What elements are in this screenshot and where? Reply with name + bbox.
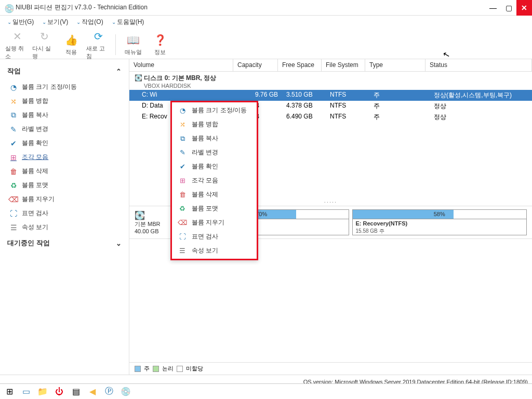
merge-icon: ⤭ [178, 121, 187, 129]
explorer-icon[interactable]: 📁 [36, 385, 49, 398]
sidebar-item-props[interactable]: ☰속성 보기 [4, 220, 125, 234]
undo-icon: ✕ [10, 29, 24, 44]
workspace: 작업 ⌃ ◔볼륨 크기 조정/이동⤭볼륨 병합⧉볼륨 복사✎라벨 변경✔볼륨 확… [0, 59, 532, 375]
sidebar-item-format[interactable]: ♻볼륨 포맷 [4, 178, 125, 192]
chevron-down-icon: ⌄ [112, 19, 116, 25]
redo-button[interactable]: ↻다시 실행 [32, 29, 56, 60]
context-item-label: 속성 보기 [192, 246, 218, 255]
copy-icon: ⧉ [178, 135, 187, 143]
manual-icon: 📖 [126, 33, 140, 47]
disk-header-row[interactable]: 💽 디스크 0: 기본 MBR, 정상 VBOX HARDDISK [129, 72, 532, 90]
apply-button[interactable]: 👍적용 [59, 33, 83, 56]
context-item-label: 표면 검사 [192, 232, 218, 241]
menu-action[interactable]: ⌄작업(O) [73, 17, 106, 28]
context-item-label: 볼륨 병합 [192, 120, 218, 129]
col-status[interactable]: Status [425, 59, 532, 71]
sidebar-item-label: 볼륨 병합 [22, 97, 48, 105]
app2-icon[interactable]: ◀ [86, 385, 99, 398]
close-btn[interactable]: ✕ [516, 0, 532, 16]
check-icon: ✔ [178, 163, 187, 171]
defrag-icon: ⊞ [9, 153, 18, 162]
undo-button[interactable]: ✕실행 취소 [5, 29, 29, 60]
pie-icon: ◔ [9, 83, 18, 91]
menu-general[interactable]: ⌄일반(G) [4, 17, 37, 28]
sidebar-head-pending[interactable]: 대기중인 작업 ⌄ [4, 234, 125, 252]
app3-icon[interactable]: Ⓟ [103, 385, 115, 398]
collapse-icon: ⌃ [116, 68, 122, 75]
context-item-props[interactable]: ☰속성 보기 [172, 244, 257, 258]
context-item-edit[interactable]: ✎라벨 변경 [172, 145, 257, 159]
legend-unalloc-box [177, 366, 183, 372]
context-menu: ◔볼륨 크기 조정/이동⤭볼륨 병합⧉볼륨 복사✎라벨 변경✔볼륨 확인⊞조각 … [170, 101, 258, 260]
sidebar-item-merge[interactable]: ⤭볼륨 병합 [4, 94, 125, 108]
context-item-label: 볼륨 크기 조정/이동 [192, 106, 247, 115]
menu-help[interactable]: ⌄도움말(H) [109, 17, 148, 28]
surface-icon: ⛶ [9, 209, 18, 218]
sidebar-item-copy[interactable]: ⧉볼륨 복사 [4, 108, 125, 122]
expand-icon: ⌄ [116, 240, 122, 247]
start-icon[interactable]: ⊞ [3, 385, 16, 398]
surface-icon: ⛶ [178, 233, 187, 241]
context-item-label: 볼륨 확인 [192, 162, 218, 171]
context-item-check[interactable]: ✔볼륨 확인 [172, 159, 257, 174]
manual-button[interactable]: 📖매뉴얼 [121, 33, 145, 56]
context-item-defrag[interactable]: ⊞조각 모음 [172, 174, 257, 188]
sidebar-item-label: 속성 보기 [22, 223, 48, 232]
app1-icon[interactable]: ▤ [70, 385, 82, 398]
context-item-copy[interactable]: ⧉볼륨 복사 [172, 131, 257, 145]
sidebar-item-label: 라벨 변경 [22, 125, 48, 134]
copy-icon: ⧉ [9, 111, 18, 119]
info-button[interactable]: ❓정보 [148, 33, 172, 56]
context-item-wipe[interactable]: ⌫볼륨 지우기 [172, 216, 257, 230]
refresh-button[interactable]: ⟳새로 고침 [86, 29, 110, 60]
taskview-icon[interactable]: ▭ [20, 385, 32, 398]
disk-map-info: 💽 기본 MBR 40.00 GB [135, 209, 171, 235]
sidebar-item-wipe[interactable]: ⌫볼륨 지우기 [4, 192, 125, 206]
chevron-down-icon: ⌄ [42, 19, 46, 25]
sidebar-item-label: 볼륨 복사 [22, 111, 48, 119]
defrag-icon: ⊞ [178, 177, 187, 185]
col-free[interactable]: Free Space [278, 59, 322, 71]
wipe-icon: ⌫ [178, 219, 187, 227]
format-icon: ♻ [9, 181, 18, 190]
col-capacity[interactable]: Capacity [233, 59, 278, 71]
power-icon[interactable]: ⏻ [53, 385, 65, 398]
context-item-label: 볼륨 삭제 [192, 190, 218, 199]
context-item-pie[interactable]: ◔볼륨 크기 조정/이동 [172, 103, 257, 117]
menu-view[interactable]: ⌄보기(V) [39, 17, 71, 28]
toolbar-sep [115, 34, 116, 55]
context-item-label: 라벨 변경 [192, 148, 218, 157]
sidebar-item-check[interactable]: ✔볼륨 확인 [4, 136, 125, 150]
sidebar-item-surface[interactable]: ⛶표면 검사 [4, 206, 125, 220]
col-fs[interactable]: File System [322, 59, 365, 71]
context-item-merge[interactable]: ⤭볼륨 병합 [172, 117, 257, 131]
volume-table-head: Volume Capacity Free Space File System T… [129, 59, 532, 72]
sidebar-item-edit[interactable]: ✎라벨 변경 [4, 122, 125, 136]
context-item-label: 볼륨 포맷 [192, 204, 218, 213]
volume-row[interactable]: C: Wi9.76 GB3.510 GBNTFS주정상(활성,시스템,부팅,복구… [129, 90, 532, 101]
col-volume[interactable]: Volume [129, 59, 233, 71]
sidebar-item-delete[interactable]: 🗑볼륨 삭제 [4, 164, 125, 178]
disk-icon: 💽 [135, 210, 171, 220]
niubi-icon[interactable]: 💿 [119, 385, 132, 398]
sidebar-item-label: 볼륨 확인 [22, 139, 48, 148]
sidebar-item-defrag[interactable]: ⊞조각 모음 [4, 150, 125, 164]
sidebar-head-actions[interactable]: 작업 ⌃ [4, 62, 125, 80]
sidebar-item-pie[interactable]: ◔볼륨 크기 조정/이동 [4, 80, 125, 94]
menubar: ⌄일반(G) ⌄보기(V) ⌄작업(O) ⌄도움말(H) [0, 16, 532, 28]
context-item-label: 볼륨 지우기 [192, 218, 224, 227]
legend-logical-box [153, 366, 159, 372]
toolbar: ✕실행 취소 ↻다시 실행 👍적용 ⟳새로 고침 📖매뉴얼 ❓정보 [0, 28, 532, 59]
col-type[interactable]: Type [365, 59, 425, 71]
props-icon: ☰ [178, 247, 187, 255]
context-item-delete[interactable]: 🗑볼륨 삭제 [172, 188, 257, 202]
maximize-btn[interactable]: ▢ [501, 0, 516, 16]
partition-e[interactable]: 58% E: Recovery(NTFS) 15.58 GB 주 [352, 209, 527, 235]
pie-icon: ◔ [178, 107, 187, 115]
delete-icon: 🗑 [178, 191, 187, 199]
sidebar: 작업 ⌃ ◔볼륨 크기 조정/이동⤭볼륨 병합⧉볼륨 복사✎라벨 변경✔볼륨 확… [0, 59, 129, 375]
minimize-btn[interactable]: — [485, 0, 501, 16]
format-icon: ♻ [178, 205, 187, 213]
context-item-format[interactable]: ♻볼륨 포맷 [172, 202, 257, 216]
context-item-surface[interactable]: ⛶표면 검사 [172, 230, 257, 244]
